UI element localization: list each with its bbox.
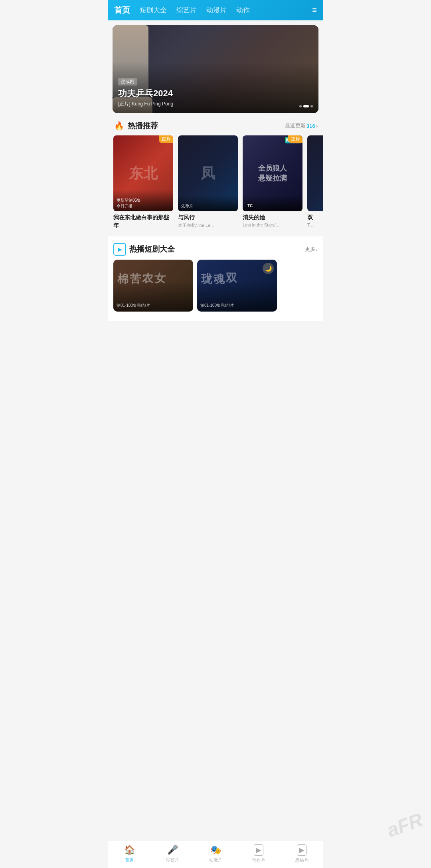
hot-section-more[interactable]: 最近更新 316 › <box>285 122 318 129</box>
banner-title: 功夫乒乓2024 <box>118 87 313 99</box>
hot-card-2-tag: 先导片 <box>181 203 193 209</box>
hot-section-header: 🔥 热播推荐 最近更新 316 › <box>108 113 323 135</box>
hot-card-4[interactable]: 双 正片 双 T... <box>307 135 323 230</box>
hot-card-4-sub: T... <box>307 222 323 227</box>
hot-card-4-title: 双 <box>307 214 323 222</box>
drama-card-2-overlay: 第01-100集完结/片 <box>197 260 277 312</box>
drama-card-1-overlay: 第01-100集完结/片 <box>113 260 193 312</box>
hot-scroll-row[interactable]: 东北 正片 更新至第05集 今日开播 我在东北做白事的那些年 凤 先导片 <box>108 135 323 236</box>
nav-short-drama[interactable]: 短剧大全 <box>140 6 167 15</box>
banner-dots <box>299 105 313 107</box>
short-drama-section: ▶ 热播短剧大全 更多 › 女农苦棉 第01-100集完结/片 双魂珑 🌙 第0… <box>108 236 323 321</box>
hot-card-2-title: 与凤行 <box>178 214 238 222</box>
nav-variety[interactable]: 综艺片 <box>176 6 197 15</box>
drama-card-2-ep: 第01-100集完结/片 <box>200 303 274 308</box>
hot-card-1-thumb: 东北 正片 更新至第05集 今日开播 <box>113 135 173 211</box>
bottom-spacer <box>108 321 323 349</box>
hot-card-2-sub: 本王在此/The Le... <box>178 222 238 228</box>
play-icon-box: ▶ <box>113 243 126 256</box>
short-drama-more-label: 更多 <box>305 246 315 253</box>
hot-card-1-badge: 正片 <box>159 135 173 143</box>
hot-card-1-bottom: 更新至第05集 今日开播 <box>113 190 173 211</box>
banner-overlay: 连续剧 功夫乒乓2024 [正片] Kung Fu Ping Pong <box>113 62 318 113</box>
short-drama-grid: 女农苦棉 第01-100集完结/片 双魂珑 🌙 第01-100集完结/片 <box>108 260 323 318</box>
banner-tag: 连续剧 <box>118 78 137 85</box>
chevron-right-icon: › <box>316 123 318 129</box>
hot-section-title: 热播推荐 <box>128 121 158 131</box>
hot-card-1-title: 我在东北做白事的那些年 <box>113 214 173 229</box>
hot-card-3-tc: TC <box>246 203 254 209</box>
drama-card-1[interactable]: 女农苦棉 第01-100集完结/片 <box>113 260 193 312</box>
drama-card-1-ep: 第01-100集完结/片 <box>117 303 190 308</box>
banner-dot-3 <box>310 105 313 107</box>
banner-subtitle: [正片] Kung Fu Ping Pong <box>118 101 313 107</box>
hot-card-4-bg: 双 <box>307 135 323 211</box>
drama-card-2[interactable]: 双魂珑 🌙 第01-100集完结/片 <box>197 260 277 312</box>
hero-banner[interactable]: 连续剧 功夫乒乓2024 [正片] Kung Fu Ping Pong <box>113 25 318 113</box>
nav-action[interactable]: 动作 <box>236 6 250 15</box>
play-icon: ▶ <box>118 246 122 252</box>
top-navigation: 首页 短剧大全 综艺片 动漫片 动作 ≡ <box>108 0 323 20</box>
nav-anime[interactable]: 动漫片 <box>206 6 227 15</box>
short-drama-more[interactable]: 更多 › <box>305 246 318 253</box>
short-drama-header: ▶ 热播短剧大全 更多 › <box>108 236 323 260</box>
banner-dot-1 <box>299 105 302 107</box>
hot-card-2[interactable]: 凤 先导片 与凤行 本王在此/The Le... <box>178 135 238 230</box>
hot-card-3[interactable]: 全员狼人悬疑拉满 腾讯视频 正片 TC 消失的她 Lost in the Sta… <box>243 135 302 230</box>
banner-dot-2 <box>303 105 309 107</box>
hot-card-3-bottom: TC <box>243 195 302 211</box>
hot-card-1-update: 更新至第05集 今日开播 <box>117 198 141 209</box>
menu-icon[interactable]: ≡ <box>312 6 317 15</box>
short-drama-title: 热播短剧大全 <box>129 244 175 254</box>
hot-card-4-overlay: 双 <box>307 135 323 211</box>
hot-card-2-thumb: 凤 先导片 <box>178 135 238 211</box>
hot-count: 316 <box>306 123 315 129</box>
hot-card-3-sub: Lost in the Stars/... <box>243 222 302 227</box>
hot-card-4-thumb: 双 正片 <box>307 135 323 211</box>
hot-card-2-bottom: 先导片 <box>178 195 238 211</box>
nav-home[interactable]: 首页 <box>114 5 130 16</box>
chevron-right-icon-2: › <box>316 246 318 252</box>
hot-card-1[interactable]: 东北 正片 更新至第05集 今日开播 我在东北做白事的那些年 <box>113 135 173 230</box>
hot-more-label: 最近更新 <box>285 122 306 129</box>
hot-card-3-badge: 正片 <box>288 135 302 143</box>
hot-card-3-title: 消失的她 <box>243 214 302 222</box>
hot-icon: 🔥 <box>113 120 125 131</box>
hot-card-3-thumb: 全员狼人悬疑拉满 腾讯视频 正片 TC <box>243 135 302 211</box>
